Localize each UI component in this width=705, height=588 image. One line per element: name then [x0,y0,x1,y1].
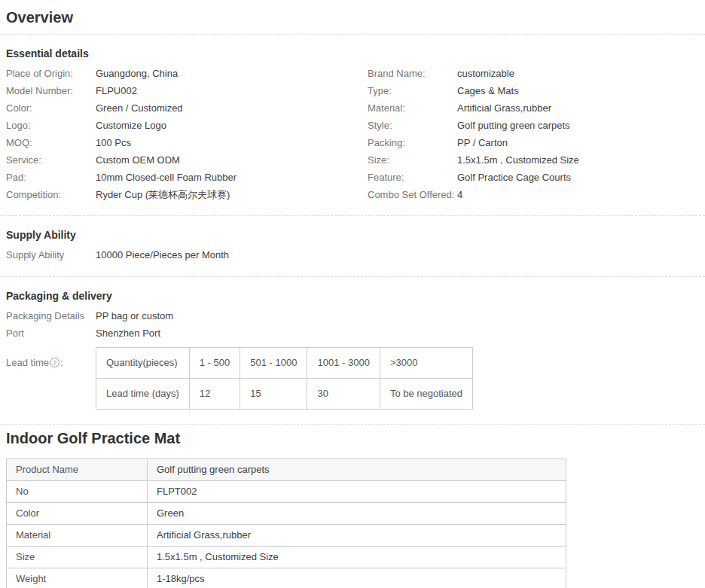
table-cell: Quantity(pieces) [96,348,190,379]
lead-time-label: Lead time ? : [6,347,96,369]
detail-value: PP bag or custom [96,309,173,322]
detail-row: Logo: Customize Logo [6,117,352,134]
detail-row: Competition: Ryder Cup (莱德杯高尔夫球赛) [6,186,352,203]
detail-value: 100 Pcs [96,136,131,149]
table-row: Color Green [7,503,566,525]
detail-row: Style: Golf putting green carpets [368,117,705,134]
table-cell: >3000 [380,348,472,379]
detail-row: MOQ: 100 Pcs [6,134,352,151]
table-cell-label: No [7,481,148,503]
essential-details-heading: Essential details [0,35,705,65]
detail-label: Pad: [6,171,96,184]
table-cell: 1001 - 3000 [307,348,380,379]
essential-details-grid: Place of Origin: Guangdong, China Model … [0,65,705,203]
detail-label: Style: [368,119,457,132]
detail-row: Place of Origin: Guangdong, China [6,65,352,82]
product-spec-table: Product Name Golf putting green carpets … [6,459,566,588]
detail-label: Logo: [6,119,96,132]
table-cell-label: Weight [7,568,148,588]
table-cell-value: 1.5x1.5m , Customized Size [148,547,566,568]
lead-time-label-text: Lead time [6,356,49,369]
detail-value: 4 [457,188,462,201]
detail-row: Port Shenzhen Port [6,324,705,342]
packaging-rows: Packaging Details PP bag or custom Port … [0,307,705,342]
detail-label: Size: [368,154,457,166]
help-icon[interactable]: ? [50,358,60,367]
table-row: Weight 1-18kg/pcs [7,568,566,588]
table-cell: To be negotiated [380,379,472,410]
page-title: Overview [0,0,705,34]
detail-value: Custom OEM ODM [96,154,180,166]
detail-label: Port [6,327,96,340]
table-cell-label: Color [7,503,148,525]
table-cell-label: Product Name [7,459,148,481]
detail-row: Size: 1.5x1.5m , Customized Size [368,151,705,169]
detail-row: Combo Set Offered: 4 [368,186,705,203]
table-cell: 12 [189,379,240,410]
table-cell-value: 1-18kg/pcs [148,568,566,588]
table-cell-value: FLPT002 [148,481,566,503]
table-cell-value: Green [148,503,566,525]
supply-ability-section: Supply Ability 10000 Piece/Pieces per Mo… [0,246,705,264]
detail-row: Packaging Details PP bag or custom [6,307,705,324]
table-cell: Lead time (days) [96,379,190,410]
detail-row: Brand Name: customizable [368,65,705,82]
detail-label: Material: [368,102,457,114]
table-cell: 30 [307,379,380,410]
detail-value: Golf Practice Cage Courts [457,171,571,184]
detail-value: Artificial Grass,rubber [457,102,551,114]
detail-row: Material: Artificial Grass,rubber [368,99,705,117]
detail-value: Cages & Mats [457,84,519,97]
detail-label: Color: [6,102,96,114]
detail-value: Shenzhen Port [96,327,160,340]
table-row: Material Artificial Grass,rubber [7,525,566,547]
detail-label: Packaging Details [6,309,96,322]
detail-row: Pad: 10mm Closed-cell Foam Rubber [6,169,352,186]
table-row: Product Name Golf putting green carpets [7,459,566,481]
detail-row: Model Number: FLPU002 [6,82,352,99]
table-row: Size 1.5x1.5m , Customized Size [7,547,566,568]
detail-label: Type: [368,84,457,97]
table-cell-label: Material [7,525,148,547]
table-cell-label: Size [7,547,148,568]
table-row: Quantity(pieces) 1 - 500 501 - 1000 1001… [96,348,473,379]
detail-label: Supply Ability [6,248,96,261]
table-cell-value: Golf putting green carpets [148,459,566,481]
detail-row: Service: Custom OEM ODM [6,151,352,169]
lead-time-row: Lead time ? : Quantity(pieces) 1 - 500 5… [0,347,705,410]
essential-right-column: Brand Name: customizable Type: Cages & M… [368,65,705,203]
detail-row: Packing: PP / Carton [368,134,705,151]
detail-label: Model Number: [6,84,96,97]
section-title-indoor-golf-practice-mat: Indoor Golf Practice Mat [0,425,705,447]
detail-row: Color: Green / Customized [6,99,352,117]
detail-value: Ryder Cup (莱德杯高尔夫球赛) [96,188,230,201]
detail-label: Service: [6,154,96,166]
detail-row: Type: Cages & Mats [368,82,705,99]
supply-ability-heading: Supply Ability [0,216,705,246]
detail-value: 10000 Piece/Pieces per Month [96,248,229,261]
essential-left-column: Place of Origin: Guangdong, China Model … [6,65,352,203]
table-cell: 1 - 500 [189,348,240,379]
table-cell-value: Artificial Grass,rubber [148,525,566,547]
detail-label: Place of Origin: [6,67,96,80]
lead-time-table: Quantity(pieces) 1 - 500 501 - 1000 1001… [96,347,473,410]
detail-row: Supply Ability 10000 Piece/Pieces per Mo… [6,246,705,264]
detail-label: Feature: [368,171,457,184]
detail-value: customizable [457,67,514,80]
table-cell: 501 - 1000 [240,348,307,379]
table-row: No FLPT002 [7,481,566,503]
detail-value: Golf putting green carpets [457,119,570,132]
detail-value: Green / Customized [96,102,183,114]
detail-value: PP / Carton [457,136,508,149]
detail-value: 1.5x1.5m , Customized Size [457,154,579,166]
detail-value: FLPU002 [96,84,137,97]
detail-value: Guangdong, China [96,67,178,80]
detail-label: Combo Set Offered: [368,188,457,201]
lead-time-colon: : [60,356,63,369]
packaging-delivery-heading: Packaging & delivery [0,277,705,307]
detail-value: Customize Logo [96,119,166,132]
table-row: Lead time (days) 12 15 30 To be negotiat… [96,379,473,410]
detail-value: 10mm Closed-cell Foam Rubber [96,171,237,184]
table-cell: 15 [240,379,307,410]
detail-label: Packing: [368,136,457,149]
